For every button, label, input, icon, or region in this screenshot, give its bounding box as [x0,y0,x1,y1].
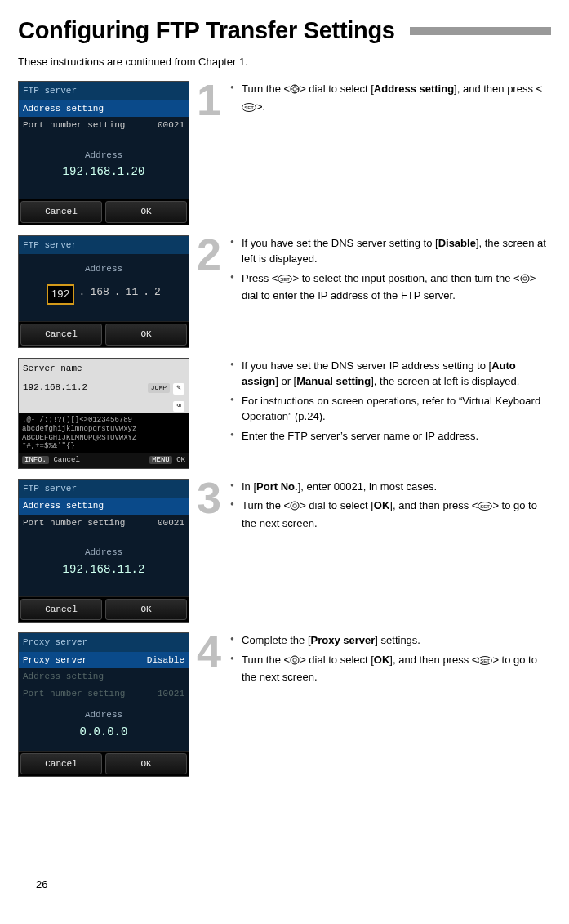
step1-body: Turn the <> dial to select [Address sett… [230,81,551,119]
text: ], and then press < [389,654,478,666]
dial-icon [290,654,300,670]
step-2b: Server name 192.168.11.2 JUMP✎ ⌫ .@-_/:;… [18,358,551,469]
thumb-mid-value: 192.168.1.20 [19,163,189,181]
dial-icon [520,272,530,288]
thumb-port-value: 00021 [158,118,184,132]
thumb-step1: FTP server Address setting Port number s… [18,81,189,225]
step-2a: FTP server Address 192. 168. 11. 2 Cance… [18,235,551,348]
thumb-info: INFO. Cancel [22,455,80,466]
bold: Disable [438,237,476,249]
thumb-ok-button: OK [105,599,187,621]
thumb-proxy-value: Disable [147,654,184,667]
thumb-bottom-bar: INFO. Cancel MENU OK [19,453,189,468]
thumb-mid-label: Address [19,262,189,276]
ip-octet-1: 192 [47,284,73,306]
label: Address setting [23,670,104,684]
thumb-cancel-button: Cancel [20,201,102,223]
step-number-4: 4 [193,634,225,669]
set-icon: SET [478,499,492,516]
kbd-line: ABCDEFGHIJKLMNOPQRSTUVWXYZ [22,434,136,442]
ip-octet-4: 2 [154,284,161,306]
svg-text:SET: SET [244,105,254,110]
text: > to select the input position, and then… [292,272,519,284]
step-3: FTP server Address setting Port number s… [18,479,551,623]
thumb-ok-button: OK [105,753,187,775]
thumb-row-address-setting: Address setting [19,668,189,685]
title-decorative-bar [410,27,551,35]
step2b-bullet3: Enter the FTP server’s server name or IP… [230,428,551,444]
thumb-ok-button: OK [105,324,187,346]
thumb-mid: Address 0.0.0.0 [19,702,189,751]
thumb-cancel-button: Cancel [20,599,102,621]
step3-bullet2: Turn the <> dial to select [OK], and the… [230,498,551,531]
intro-text: These instructions are continued from Ch… [18,54,551,70]
menu-label: MENU [149,456,172,464]
thumb-port-label: Port number setting [23,687,125,701]
text: > dial to select [ [300,83,374,95]
thumb-icon-row: ⌫ [19,397,189,414]
info-label: INFO. [22,456,49,464]
step2a-body: If you have set the DNS server setting t… [230,235,551,307]
thumb-mid-value: 192.168.11.2 [19,561,189,578]
text: ] or [ [275,375,296,387]
set-icon: SET [278,272,292,288]
thumb-step2a: FTP server Address 192. 168. 11. 2 Cance… [18,235,189,348]
kbd-line: .@-_/:;!?()[]<>0123456789 [22,416,132,424]
bold: OK [374,654,390,666]
text: > dial to select [ [300,654,374,666]
text: In [ [242,480,256,493]
text: Complete the [ [242,634,311,646]
text: ], enter 00021, in most cases. [298,480,438,493]
step1-bullet1: Turn the <> dial to select [Address sett… [230,81,551,116]
thumb-ip-group: 192. 168. 11. 2 [19,284,189,306]
svg-point-16 [291,656,299,664]
text: Press < [242,272,278,284]
thumb-heading: FTP server [19,480,189,498]
thumb-row-port: Port number setting 00021 [19,515,189,532]
jump-label: JUMP [148,383,170,393]
thumb-row-proxy: Proxy server Disable [19,652,189,669]
thumb-row-address-setting: Address setting [19,498,189,515]
thumb-port-label: Port number setting [23,516,125,530]
step-number-1: 1 [193,83,225,118]
step2a-bullet1: If you have set the DNS server setting t… [230,235,551,267]
thumb-cancel-button: Cancel [20,324,102,346]
thumb-jump: JUMP✎ [144,381,184,395]
step2b-body: If you have set the DNS server IP addres… [230,358,551,448]
text: If you have set the DNS server setting t… [242,237,438,249]
svg-text:SET: SET [481,658,491,663]
text: Turn the < [242,83,290,95]
title-row: Configuring FTP Transfer Settings [18,13,551,49]
thumb-menu: MENU OK [149,455,185,466]
thumb-proxy-label: Proxy server [23,654,87,667]
step-number-3: 3 [193,480,225,516]
thumb-buttonbar: Cancel OK [19,751,189,777]
step4-bullet1: Complete the [Proxy server] settings. [230,632,551,649]
page-number: 26 [36,877,47,893]
thumb-ok-button: OK [105,201,187,223]
thumb-heading: Proxy server [19,633,189,652]
thumb-heading: FTP server [19,82,189,100]
thumb-step2b: Server name 192.168.11.2 JUMP✎ ⌫ .@-_/:;… [18,358,189,469]
ip-octet-3: 11 [126,284,139,306]
thumb-buttonbar: Cancel OK [19,596,189,623]
text: ], the screen at left is displayed. [371,375,519,387]
step2b-bullet2: For instructions on screen operations, r… [230,393,551,425]
svg-point-17 [293,658,296,661]
svg-text:SET: SET [481,504,491,509]
thumb-mid: Address 192. 168. 11. 2 [19,254,189,321]
bold: OK [374,499,390,511]
thumb-row-port: Port number setting 00021 [19,117,189,134]
dial-icon [290,499,300,516]
input-icon: ✎ [173,383,184,395]
thumb-ip: 192.168.11.2 [23,381,87,395]
kbd-line: *#,+=$%&'"{} [22,442,75,450]
dial-icon [290,83,300,99]
thumb-step3: FTP server Address setting Port number s… [18,479,189,623]
cancel-label: Cancel [53,456,79,464]
thumb-step4: Proxy server Proxy server Disable Addres… [18,632,189,777]
text: >. [256,100,265,113]
text: ], and then press < [389,499,478,511]
step2b-bullet1: If you have set the DNS server IP addres… [230,358,551,390]
bold: Proxy server [311,634,376,646]
